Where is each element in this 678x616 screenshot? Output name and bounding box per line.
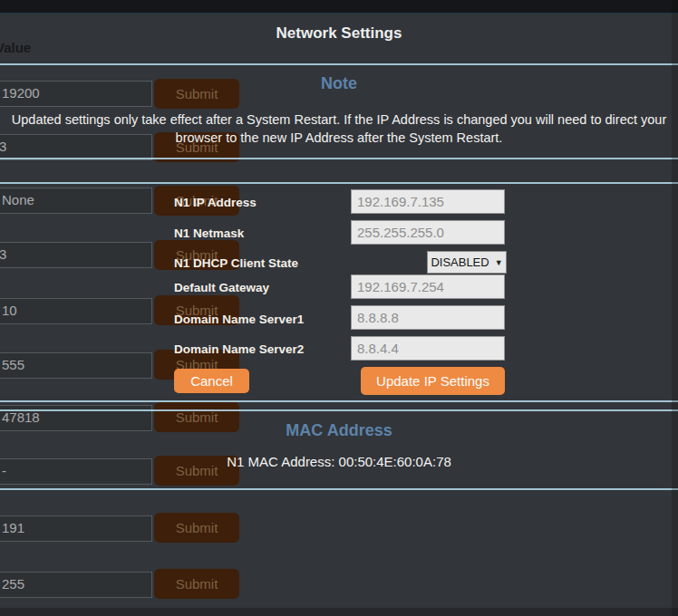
divider-line [0,63,678,65]
note-heading: Note [0,74,678,93]
bottom-edge-shade [0,608,678,616]
label-domain-name-server1: Domain Name Server1 [174,313,304,326]
n1-ip-address-input[interactable] [351,189,505,214]
mac-address-heading: MAC Address [0,421,678,440]
domain-name-server2-input[interactable] [351,336,505,361]
chevron-down-icon: ▼ [495,258,503,267]
label-n1-netmask: N1 Netmask [174,226,244,240]
modal-title: Network Settings [0,24,678,43]
label-default-gateway: Default Gateway [174,281,269,294]
update-ip-settings-button[interactable]: Update IP Settings [361,367,505,395]
background-input: 191 [0,515,152,542]
background-input-value: 555 [2,357,24,372]
note-text: Updated settings only take effect after … [0,111,678,147]
divider-line [0,158,678,159]
dhcp-state-select[interactable]: DISABLED ▼ [427,251,507,274]
top-bar [0,0,678,14]
label-domain-name-server2: Domain Name Server2 [174,342,304,356]
mac-address-value: N1 MAC Address: 00:50:4E:60:0A:78 [0,454,678,469]
dhcp-state-selected-value: DISABLED [431,255,489,269]
cancel-button[interactable]: Cancel [174,369,249,393]
background-input: 255 [0,572,152,598]
divider-line [0,488,678,490]
submit-button: Submit [154,569,239,599]
background-input: None [0,188,152,214]
divider-line [0,409,678,411]
background-input-value: 255 [2,576,24,592]
background-input: 555 [0,352,152,379]
divider-line [0,400,678,402]
background-input: 10 [0,298,152,324]
submit-button: Submit [154,513,239,543]
background-input-value: 3 [0,246,6,262]
background-input-value: None [2,192,34,207]
divider-line [0,182,678,184]
background-input-value: 191 [2,520,24,535]
background-input-value: 10 [2,303,17,318]
n1-netmask-input[interactable] [351,220,505,245]
domain-name-server1-input[interactable] [351,305,505,330]
label-n1-dhcp-client-state: N1 DHCP Client State [174,256,298,270]
label-n1-ip-address: N1 IP Address [174,196,257,209]
background-input: 3 [0,242,152,268]
default-gateway-input[interactable] [351,274,505,299]
